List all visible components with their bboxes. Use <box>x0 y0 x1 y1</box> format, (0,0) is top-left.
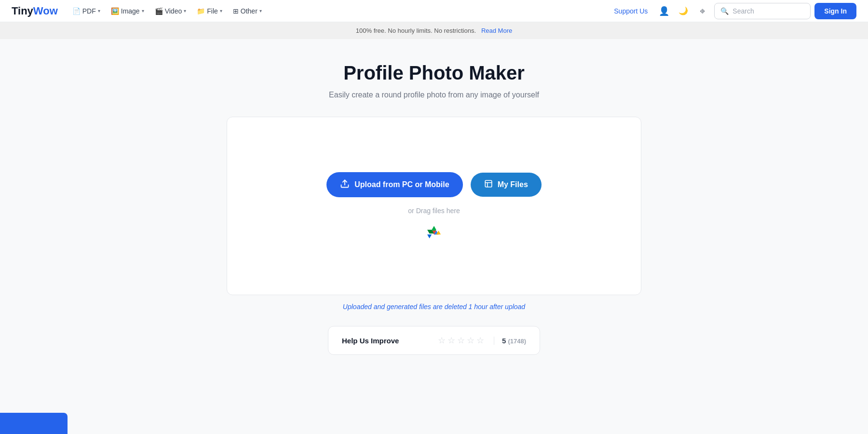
brand-name-black: Tiny <box>12 5 33 17</box>
upload-icon <box>340 179 350 190</box>
myfiles-icon <box>484 179 493 190</box>
chevron-down-icon: ▾ <box>98 8 100 14</box>
rating-score: 5 (1748) <box>494 337 526 345</box>
star-rating[interactable]: ☆ ☆ ☆ ☆ ☆ <box>438 335 484 346</box>
rating-label: Help Us Improve <box>342 337 428 345</box>
chevron-down-icon: ▾ <box>184 8 186 14</box>
video-icon: 🎬 <box>155 7 163 15</box>
nav-file-label: File <box>207 7 218 15</box>
upload-card: Upload from PC or Mobile My Files or Dra… <box>227 117 641 295</box>
nav-item-image[interactable]: 🖼️ Image ▾ <box>106 4 149 18</box>
page-subtitle: Easily create a round profile photo from… <box>329 91 539 99</box>
main-content: Profile Photo Maker Easily create a roun… <box>0 39 868 374</box>
image-icon: 🖼️ <box>111 7 119 15</box>
nav-item-pdf[interactable]: 📄 PDF ▾ <box>68 4 105 18</box>
my-files-button[interactable]: My Files <box>471 173 542 197</box>
support-link[interactable]: Support Us <box>609 4 652 18</box>
read-more-link[interactable]: Read More <box>481 27 512 34</box>
nav-video-label: Video <box>165 7 182 15</box>
chevron-down-icon: ▾ <box>220 8 222 14</box>
brand-logo[interactable]: TinyWow <box>12 5 58 17</box>
star-4[interactable]: ☆ <box>467 335 475 346</box>
svg-rect-1 <box>485 180 492 187</box>
signin-button[interactable]: Sign In <box>814 3 856 19</box>
bottom-cta-bar <box>0 413 68 434</box>
file-icon: 📁 <box>197 7 205 15</box>
search-input[interactable] <box>732 7 804 15</box>
chevron-down-icon: ▾ <box>142 8 144 14</box>
other-icon: ⊞ <box>233 7 239 15</box>
nav-item-video[interactable]: 🎬 Video ▾ <box>150 4 191 18</box>
announcement-text: 100% free. No hourly limits. No restrict… <box>356 27 476 34</box>
nav-item-file[interactable]: 📁 File ▾ <box>192 4 227 18</box>
brand-name-blue: Wow <box>33 5 58 17</box>
google-drive-icon <box>426 224 442 240</box>
nav-image-label: Image <box>121 7 140 15</box>
nav-item-other[interactable]: ⊞ Other ▾ <box>228 4 267 18</box>
nav-menu: 📄 PDF ▾ 🖼️ Image ▾ 🎬 Video ▾ 📁 File ▾ ⊞ … <box>68 4 267 18</box>
nav-pdf-label: PDF <box>82 7 96 15</box>
upload-buttons: Upload from PC or Mobile My Files <box>326 172 542 197</box>
star-1[interactable]: ☆ <box>438 335 446 346</box>
upload-from-pc-button[interactable]: Upload from PC or Mobile <box>326 172 462 197</box>
dark-mode-btn[interactable]: 🌙 <box>676 3 691 19</box>
nav-other-label: Other <box>241 7 258 15</box>
upload-button-label: Upload from PC or Mobile <box>354 180 449 189</box>
rating-count: (1748) <box>508 338 526 345</box>
search-box[interactable]: 🔍 <box>714 3 811 19</box>
user-avatar-btn[interactable]: 👤 <box>656 3 672 19</box>
rating-value: 5 <box>502 337 506 345</box>
share-btn[interactable]: ⎆ <box>695 3 710 19</box>
pdf-icon: 📄 <box>72 7 81 15</box>
star-3[interactable]: ☆ <box>457 335 465 346</box>
my-files-label: My Files <box>498 180 528 189</box>
page-title: Profile Photo Maker <box>343 62 525 84</box>
star-2[interactable]: ☆ <box>448 335 455 346</box>
rating-section: Help Us Improve ☆ ☆ ☆ ☆ ☆ 5 (1748) <box>328 326 540 355</box>
navbar: TinyWow 📄 PDF ▾ 🖼️ Image ▾ 🎬 Video ▾ 📁 F… <box>0 0 868 22</box>
drag-drop-text: or Drag files here <box>408 207 460 215</box>
announcement-bar: 100% free. No hourly limits. No restrict… <box>0 22 868 39</box>
file-delete-notice: Uploaded and generated files are deleted… <box>343 303 525 311</box>
search-icon: 🔍 <box>720 7 729 15</box>
chevron-down-icon: ▾ <box>259 8 262 14</box>
star-5[interactable]: ☆ <box>476 335 484 346</box>
